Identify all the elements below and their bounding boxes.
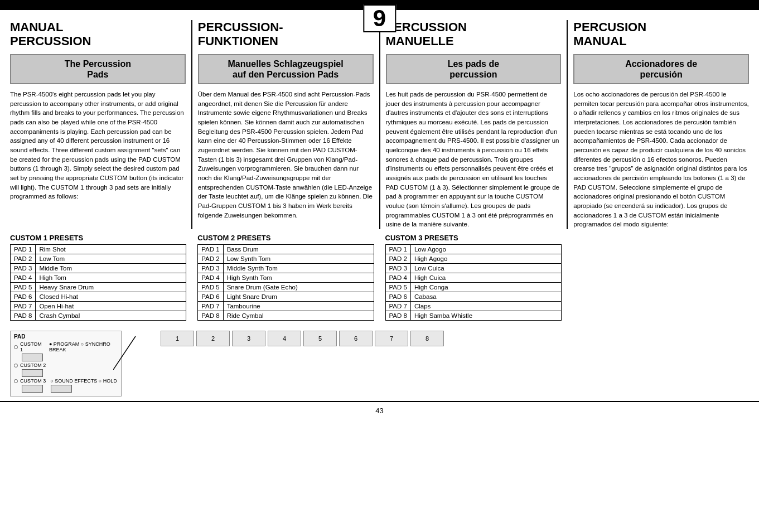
- pad-label: PAD 6: [198, 292, 223, 302]
- table-row: PAD 8Ride Cymbal: [198, 311, 374, 321]
- sound-label: High Cuica: [410, 273, 561, 283]
- custom3-block: CUSTOM 3 PRESETS PAD 1Low AgogoPAD 2High…: [380, 234, 567, 321]
- pad-label: PAD 1: [198, 245, 223, 254]
- sound-label: Tambourine: [223, 302, 374, 311]
- col4-highlight: Accionadores depercusión: [573, 54, 749, 84]
- sound-label: Bass Drum: [223, 245, 374, 254]
- table-row: PAD 3Middle Synth Tom: [198, 264, 374, 273]
- sound-label: Cabasa: [410, 292, 561, 302]
- custom2-table: PAD 1Bass DrumPAD 2Low Synth TomPAD 3Mid…: [197, 244, 374, 321]
- pad-button-8[interactable]: 8: [410, 331, 444, 346]
- col1-title: MANUALPERCUSSION: [10, 20, 186, 49]
- pad-label: PAD 5: [385, 283, 410, 292]
- col4-title: PERCUSIONMANUAL: [573, 20, 749, 49]
- diagram-row-rect2: [14, 369, 118, 377]
- pad-label: PAD 4: [385, 273, 410, 283]
- custom3-title: CUSTOM 3 PRESETS: [385, 234, 562, 242]
- page-wrapper: 9 MANUALPERCUSSION The PercussionPads Th…: [0, 0, 759, 532]
- pad-label: PAD 8: [385, 311, 410, 321]
- column-1: MANUALPERCUSSION The PercussionPads The …: [4, 20, 191, 229]
- column-2: PERCUSSION-FUNKTIONEN Manuelles Schlagze…: [191, 20, 379, 229]
- sound-label: Open Hi-hat: [36, 302, 186, 311]
- sound-label: Low Tom: [36, 254, 186, 264]
- label-sound-effects: ○ SOUND EFFECTS ○ HOLD: [50, 378, 117, 384]
- rect-custom2: [22, 369, 43, 377]
- sound-label: Low Synth Tom: [223, 254, 374, 264]
- pad-label: PAD 4: [11, 273, 36, 283]
- table-row: PAD 3Low Cuica: [385, 264, 561, 273]
- sound-label: Claps: [410, 302, 561, 311]
- diagram-row-2: CUSTOM 2: [14, 362, 118, 368]
- sound-label: Crash Cymbal: [36, 311, 186, 321]
- diagram-row-3: CUSTOM 3 ○ SOUND EFFECTS ○ HOLD: [14, 378, 118, 384]
- pad-button-2[interactable]: 2: [196, 331, 230, 346]
- sound-label: High Samba Whistle: [410, 311, 561, 321]
- table-row: PAD 3Middle Tom: [11, 264, 186, 273]
- diagram-row-rect1: [14, 354, 118, 361]
- page-number: 43: [375, 407, 383, 415]
- top-area: 9: [0, 0, 759, 10]
- col1-highlight: The PercussionPads: [10, 54, 186, 84]
- columns-wrapper: MANUALPERCUSSION The PercussionPads The …: [0, 10, 759, 234]
- pad-label: PAD 2: [385, 254, 410, 264]
- pad-button-7[interactable]: 7: [375, 331, 408, 346]
- table-row: PAD 4High Cuica: [385, 273, 561, 283]
- col1-body: The PSR-4500's eight percussion pads let…: [10, 90, 186, 201]
- table-row: PAD 6Cabasa: [385, 292, 561, 302]
- pad-label: PAD 6: [385, 292, 410, 302]
- sound-label: Closed Hi-hat: [36, 292, 186, 302]
- table-row: PAD 5Snare Drum (Gate Echo): [198, 283, 374, 292]
- pad-label: PAD 5: [11, 283, 36, 292]
- sound-label: Ride Cymbal: [223, 311, 374, 321]
- sound-label: Middle Synth Tom: [223, 264, 374, 273]
- sound-label: High Synth Tom: [223, 273, 374, 283]
- diagram-row-1: CUSTOM 1 ● PROGRAM ○ SYNCHRO BREAK: [14, 341, 118, 352]
- table-row: PAD 2High Agogo: [385, 254, 561, 264]
- pad-label: PAD 8: [198, 311, 223, 321]
- svg-line-0: [113, 336, 136, 370]
- diagram-area: PAD CUSTOM 1 ● PROGRAM ○ SYNCHRO BREAK C…: [10, 331, 144, 396]
- pad-button-6[interactable]: 6: [339, 331, 373, 346]
- custom2-block: CUSTOM 2 PRESETS PAD 1Bass DrumPAD 2Low …: [192, 234, 379, 321]
- label-custom1: CUSTOM 1: [20, 341, 42, 352]
- pad-button-1[interactable]: 1: [161, 331, 194, 346]
- table-row: PAD 2Low Tom: [11, 254, 186, 264]
- slash-divider: [113, 336, 147, 370]
- table-row: PAD 4High Tom: [11, 273, 186, 283]
- sound-label: Low Agogo: [410, 245, 561, 254]
- sound-label: Rim Shot: [36, 245, 186, 254]
- pad-label: PAD 3: [385, 264, 410, 273]
- sound-label: High Conga: [410, 283, 561, 292]
- pad-button-4[interactable]: 4: [268, 331, 301, 346]
- pad-button-5[interactable]: 5: [303, 331, 337, 346]
- col3-highlight-title: Les pads depercussion: [393, 59, 555, 80]
- custom3-table: PAD 1Low AgogoPAD 2High AgogoPAD 3Low Cu…: [385, 244, 562, 321]
- pad-label: PAD 2: [11, 254, 36, 264]
- pad-label: PAD 3: [11, 264, 36, 273]
- label-custom2: CUSTOM 2: [20, 362, 46, 368]
- col2-title: PERCUSSION-FUNKTIONEN: [198, 20, 374, 49]
- tables-section: CUSTOM 1 PRESETS PAD 1Rim ShotPAD 2Low T…: [0, 234, 759, 325]
- dot-custom2: [14, 364, 18, 367]
- sound-label: High Tom: [36, 273, 186, 283]
- table-row: PAD 4High Synth Tom: [198, 273, 374, 283]
- pad-label: PAD 6: [11, 292, 36, 302]
- sound-label: Low Cuica: [410, 264, 561, 273]
- sound-label: Middle Tom: [36, 264, 186, 273]
- table-row: PAD 1Low Agogo: [385, 245, 561, 254]
- pad-label: PAD 2: [198, 254, 223, 264]
- custom2-title: CUSTOM 2 PRESETS: [197, 234, 374, 242]
- col3-highlight: Les pads depercussion: [386, 54, 562, 84]
- custom-diagram: PAD CUSTOM 1 ● PROGRAM ○ SYNCHRO BREAK C…: [10, 331, 122, 396]
- sound-label: High Agogo: [410, 254, 561, 264]
- col3-body: Les huit pads de percussion du PSR-4500 …: [386, 90, 562, 229]
- label-custom3: CUSTOM 3: [20, 378, 46, 384]
- pad-label: PAD 7: [11, 302, 36, 311]
- diagram-pad-label: PAD: [14, 333, 118, 340]
- rect-custom1: [22, 354, 43, 361]
- pad-button-3[interactable]: 3: [232, 331, 265, 346]
- pad-label: PAD 5: [198, 283, 223, 292]
- pad-label: PAD 7: [385, 302, 410, 311]
- table-row: PAD 5High Conga: [385, 283, 561, 292]
- col4-empty: [567, 234, 755, 321]
